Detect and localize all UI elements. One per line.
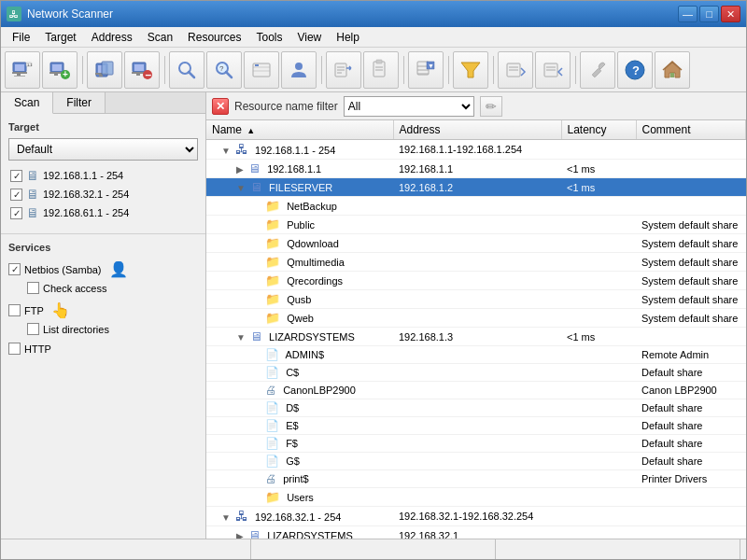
toolbar-remove-btn[interactable]: –	[124, 51, 160, 89]
svg-rect-3	[17, 74, 21, 76]
toolbar-home-btn[interactable]	[655, 51, 690, 89]
table-row[interactable]: ▼ 🖥 LIZARDSYSTEMS 192.168.1.3 <1 ms	[206, 328, 746, 346]
toolbar-import-btn[interactable]	[535, 51, 571, 89]
table-row[interactable]: 📁 Qweb System default share	[206, 309, 746, 328]
collapse-arrow[interactable]: ▼	[236, 183, 246, 193]
table-container[interactable]: Name ▲ Address Latency Comment	[206, 120, 746, 539]
table-row[interactable]: ▶ 🖥 LIZARDSYSTEMS 192.168.32.1	[206, 526, 746, 539]
table-row[interactable]: 📁 Qrecordings System default share	[206, 272, 746, 290]
services-label: Services	[8, 242, 198, 253]
menu-target[interactable]: Target	[37, 29, 83, 46]
tab-filter[interactable]: Filter	[53, 92, 106, 113]
table-row[interactable]: 📄 ADMIN$ Remote Admin	[206, 346, 746, 364]
menu-help[interactable]: Help	[329, 29, 367, 46]
table-row[interactable]: 📄 D$ Default share	[206, 399, 746, 417]
table-row[interactable]: ▼ 🖧 192.168.1.1 - 254 192.168.1.1-192.16…	[206, 140, 746, 160]
toolbar-paste-btn[interactable]	[363, 51, 399, 89]
check-access-checkbox[interactable]	[27, 282, 39, 294]
table-row[interactable]: 📁 Qusb System default share	[206, 290, 746, 309]
ftp-checkbox[interactable]	[8, 304, 21, 316]
cell-latency	[561, 216, 636, 234]
minimize-button[interactable]: —	[678, 6, 698, 22]
table-row[interactable]: ▶ 🖥 192.168.1.1 192.168.1.1 <1 ms	[206, 160, 746, 178]
status-pane-3	[496, 539, 740, 559]
menu-scan[interactable]: Scan	[140, 29, 180, 46]
table-row[interactable]: 📁 Public System default share	[206, 216, 746, 234]
target-dropdown[interactable]: Default	[8, 138, 198, 161]
table-row[interactable]: 📄 G$ Default share	[206, 453, 746, 470]
expand-arrow[interactable]: ▶	[236, 531, 244, 539]
svg-rect-8	[52, 64, 62, 71]
cell-name: 📁 Qweb	[206, 309, 393, 328]
col-header-latency[interactable]: Latency	[561, 120, 636, 140]
cell-latency	[561, 234, 636, 253]
toolbar-sep-2	[162, 51, 167, 89]
toolbar-save-btn[interactable]: ▼	[408, 51, 444, 89]
close-button[interactable]: ✕	[721, 6, 740, 22]
target-checkbox-2[interactable]	[10, 207, 22, 219]
col-header-name[interactable]: Name ▲	[206, 120, 393, 140]
cell-name-text: Qmultimedia	[287, 257, 345, 268]
table-row[interactable]: 📁 Qdownload System default share	[206, 234, 746, 253]
cell-name: 📄 E$	[206, 417, 393, 435]
cell-comment: System default share	[636, 216, 746, 234]
toolbar-wrench-btn[interactable]	[580, 51, 615, 89]
toolbar-copy2-btn[interactable]	[326, 51, 361, 89]
filter-edit-button[interactable]: ✏	[480, 96, 502, 117]
collapse-arrow[interactable]: ▼	[221, 512, 231, 523]
cell-comment: Remote Admin	[636, 346, 746, 364]
toolbar-filter-btn[interactable]	[453, 51, 488, 89]
target-checkbox-0[interactable]	[10, 170, 22, 182]
netbios-checkbox[interactable]	[8, 263, 21, 275]
collapse-arrow[interactable]: ▼	[221, 146, 231, 156]
table-row[interactable]: 🖨 print$ Printer Drivers	[206, 470, 746, 488]
col-header-comment[interactable]: Comment	[636, 120, 746, 140]
menu-address[interactable]: Address	[84, 29, 140, 46]
table-row[interactable]: 📄 C$ Default share	[206, 364, 746, 382]
toolbar-help-btn[interactable]: ?	[617, 51, 653, 89]
svg-text:?: ?	[219, 64, 224, 73]
table-row[interactable]: 🖨 CanonLBP2900 Canon LBP2900	[206, 382, 746, 399]
share-icon: 📄	[265, 348, 279, 361]
cell-name-text: Qrecordings	[287, 275, 343, 287]
list-dirs-checkbox[interactable]	[27, 323, 39, 335]
toolbar-search-btn[interactable]	[169, 51, 204, 89]
cell-name: ▶ 🖥 192.168.1.1	[206, 160, 393, 178]
table-row[interactable]: 📄 F$ Default share	[206, 435, 746, 453]
table-row[interactable]: 📁 Qmultimedia System default share	[206, 253, 746, 272]
toolbar-person-btn[interactable]	[281, 51, 317, 89]
table-row[interactable]: ▼ 🖧 192.168.32.1 - 254 192.168.32.1-192.…	[206, 507, 746, 526]
statusbar	[1, 539, 746, 559]
toolbar-details-btn[interactable]	[244, 51, 279, 89]
toolbar-sep-5	[445, 51, 451, 89]
target-checkbox-1[interactable]	[10, 189, 22, 201]
table-row[interactable]: 📄 E$ Default share	[206, 417, 746, 435]
toolbar: 1.1 +	[1, 48, 746, 92]
table-row[interactable]: 📁 Users	[206, 488, 746, 507]
table-row[interactable]: 📁 NetBackup	[206, 197, 746, 216]
toolbar-export-btn[interactable]	[498, 51, 533, 89]
filter-clear-button[interactable]: ✕	[212, 98, 229, 115]
http-checkbox[interactable]	[8, 343, 21, 355]
toolbar-copy-btn[interactable]	[87, 51, 122, 89]
row-type-icon: 📁	[265, 257, 280, 268]
row-type-icon: 📁	[265, 492, 280, 503]
cell-name: 📄 F$	[206, 435, 393, 453]
filter-select[interactable]: All	[344, 96, 474, 117]
toolbar-add-btn[interactable]: +	[42, 51, 78, 89]
table-row[interactable]: ▼ 🖥 FILESERVER 192.168.1.2 <1 ms	[206, 178, 746, 197]
cell-comment	[636, 197, 746, 216]
toolbar-scan-btn[interactable]: 1.1	[5, 51, 40, 89]
menu-resources[interactable]: Resources	[180, 29, 248, 46]
cell-address	[393, 399, 561, 417]
row-type-icon: 📁	[265, 201, 280, 212]
menu-file[interactable]: File	[5, 29, 37, 46]
col-header-address[interactable]: Address	[393, 120, 561, 140]
tab-scan[interactable]: Scan	[1, 92, 53, 114]
expand-arrow[interactable]: ▶	[236, 164, 244, 175]
toolbar-search2-btn[interactable]: ?	[206, 51, 242, 89]
menu-view[interactable]: View	[289, 29, 329, 46]
menu-tools[interactable]: Tools	[248, 29, 289, 46]
collapse-arrow[interactable]: ▼	[236, 332, 246, 343]
maximize-button[interactable]: □	[699, 6, 719, 22]
